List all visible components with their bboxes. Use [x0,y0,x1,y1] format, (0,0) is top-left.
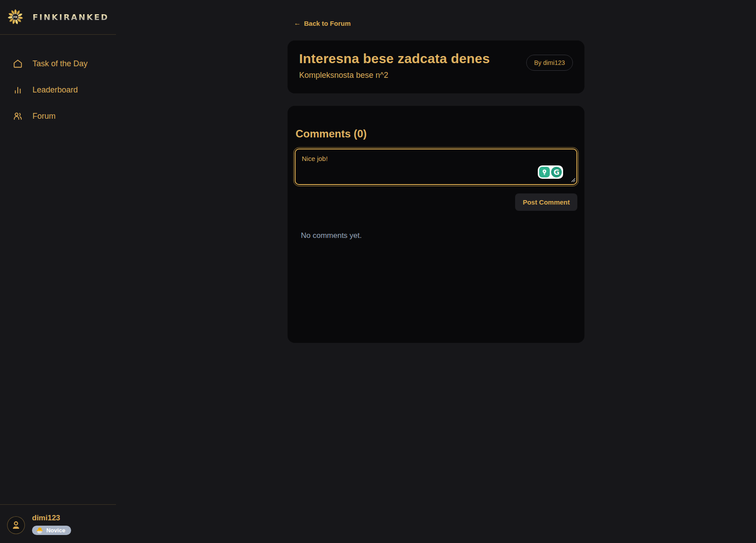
sidebar-user-section: dimi123 🐣 Novice [0,504,116,543]
comment-input-wrapper: Nice job! G [295,149,577,185]
bar-chart-icon [13,85,23,95]
person-icon [11,520,21,531]
brand-logo[interactable]: FR FINKIRANKED [0,0,116,34]
sidebar-top-divider [0,34,116,35]
sidebar-item-label: Forum [32,112,56,121]
sidebar-nav: Task of the Day Leaderboard Forum [0,58,116,122]
logo-monogram: FR [13,16,17,19]
post-body: Kompleksnosta bese n^2 [299,71,490,80]
left-arrow-icon: ← [294,19,301,27]
user-profile[interactable]: dimi123 🐣 Novice [0,505,116,543]
sidebar-item-label: Leaderboard [32,85,78,95]
user-meta: dimi123 🐣 Novice [32,514,71,535]
back-to-forum-link[interactable]: ← Back to Forum [288,19,351,27]
chick-emoji-icon: 🐣 [36,527,43,533]
author-badge: By dimi123 [526,55,573,71]
sidebar-item-label: Task of the Day [32,59,88,68]
avatar [7,516,25,534]
brand-wordmark: FINKIRANKED [32,12,109,22]
grammarly-icon[interactable]: G [551,167,562,177]
main-content: ← Back to Forum Interesna bese zadcata d… [116,0,756,543]
grammarly-widget[interactable]: G [538,165,563,179]
sidebar: FR FINKIRANKED Task of the Day Leaderboa… [0,0,116,543]
comment-actions-row: Post Comment [295,193,577,211]
comment-input[interactable]: Nice job! [295,149,577,185]
rank-label: Novice [46,527,65,534]
users-icon [13,111,23,121]
post-text-block: Interesna bese zadcata denes Kompleksnos… [299,51,490,80]
content-column: ← Back to Forum Interesna bese zadcata d… [288,19,584,343]
post-card: Interesna bese zadcata denes Kompleksnos… [288,40,584,93]
textarea-resize-handle[interactable] [571,177,576,182]
sidebar-item-leaderboard[interactable]: Leaderboard [7,84,109,96]
home-icon [13,59,23,68]
post-title: Interesna bese zadcata denes [299,51,490,66]
comments-heading: Comments (0) [295,128,577,140]
grammarly-suggestions-icon[interactable] [539,167,550,177]
sidebar-item-forum[interactable]: Forum [7,110,109,122]
comments-card: Comments (0) Nice job! G [288,106,584,343]
post-comment-button[interactable]: Post Comment [515,193,577,211]
back-link-label: Back to Forum [304,20,351,27]
sidebar-item-task-of-the-day[interactable]: Task of the Day [7,58,109,69]
laurel-wreath-logo-icon: FR [6,7,24,27]
comments-empty-state: No comments yet. [295,231,577,240]
user-name: dimi123 [32,514,71,523]
rank-badge: 🐣 Novice [32,526,71,535]
